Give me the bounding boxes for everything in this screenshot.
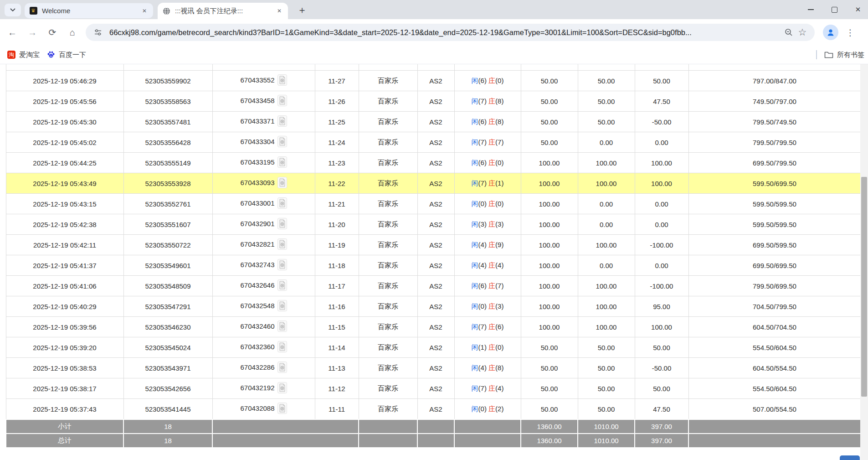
cell-valid-amount: 0.00 — [578, 132, 635, 153]
cell-round: 11-14 — [315, 337, 359, 358]
video-record-icon[interactable] — [277, 115, 287, 128]
browser-menu-icon[interactable]: ⋮ — [845, 27, 856, 38]
cell-table: AS2 — [417, 358, 454, 378]
video-record-icon[interactable] — [277, 136, 287, 149]
minimize-button[interactable] — [807, 6, 814, 13]
zhuang-label: 庄 — [488, 220, 495, 228]
cell-winloss: 47.50 — [635, 399, 688, 420]
cell-valid-amount: 50.00 — [578, 337, 635, 358]
table-row[interactable]: 2025-12-19 05:37:43523053541445670432088… — [6, 399, 861, 420]
video-record-icon[interactable] — [277, 279, 287, 292]
scrollbar-thumb[interactable] — [861, 177, 867, 397]
site-settings-icon[interactable] — [91, 26, 105, 39]
cell-valid-amount: 100.00 — [578, 296, 635, 317]
video-record-icon[interactable] — [277, 74, 287, 87]
table-row[interactable]: 2025-12-19 05:44:25523053555149670433195… — [6, 153, 861, 173]
total-bet: 1360.00 — [521, 434, 578, 448]
table-row[interactable]: 2025-12-19 05:42:38523053551607670432901… — [6, 214, 861, 235]
cell-order-id: 670432192 — [212, 378, 315, 399]
cell-game: 百家乐 — [359, 255, 417, 276]
bookmark-aitaobao[interactable]: 淘 爱淘宝 — [7, 51, 40, 59]
subtotal-empty — [212, 419, 359, 434]
table-row[interactable]: 2025-12-19 05:45:30523053557481670433371… — [6, 112, 861, 132]
cell-bet-amount: 50.00 — [521, 337, 578, 358]
close-button[interactable]: ✕ — [854, 6, 862, 13]
cell-order-id: 670433552 — [212, 71, 315, 91]
cell-table: AS2 — [417, 276, 454, 296]
table-row[interactable]: 2025-12-19 05:41:37523053549601670432743… — [6, 255, 861, 276]
tab-welcome[interactable]: ♛ Welcome ✕ — [25, 3, 153, 18]
all-bookmarks[interactable]: 所有书签 — [816, 50, 864, 59]
new-tab-button[interactable]: ＋ — [295, 4, 309, 16]
cell-balance: 699.50/699.50 — [688, 255, 861, 276]
total-label: 总计 — [6, 434, 123, 448]
url-text[interactable]: 66cxkj98.com/game/betrecord_search/kind3… — [109, 28, 782, 37]
total-valid: 1010.00 — [578, 434, 635, 448]
video-record-icon[interactable] — [277, 218, 287, 231]
scroll-top-button[interactable] — [840, 455, 860, 460]
cell-bet-amount: 100.00 — [521, 194, 578, 214]
tab-close-icon[interactable]: ✕ — [275, 7, 283, 15]
table-row[interactable]: 2025-12-19 05:45:02523053556428670433304… — [6, 132, 861, 153]
video-record-icon[interactable] — [277, 177, 287, 190]
page-scrollbar[interactable] — [860, 64, 868, 460]
video-record-icon[interactable] — [277, 300, 287, 313]
profile-avatar[interactable] — [823, 25, 838, 40]
video-record-icon[interactable] — [277, 95, 287, 108]
tab-bet-record[interactable]: :::视讯 会员下注纪录::: ✕ — [158, 3, 288, 19]
video-record-icon[interactable] — [277, 238, 287, 251]
cell-order-id: 670432286 — [212, 358, 315, 378]
video-record-icon[interactable] — [277, 197, 287, 210]
video-record-icon[interactable] — [277, 320, 287, 333]
tab-title: Welcome — [42, 7, 137, 15]
zoom-out-icon[interactable] — [782, 26, 796, 39]
maximize-button[interactable] — [831, 6, 838, 13]
video-record-icon[interactable] — [277, 403, 287, 415]
tab-search-button[interactable] — [5, 4, 21, 16]
cell-time: 2025-12-19 05:45:30 — [6, 112, 123, 132]
table-row[interactable]: 2025-12-19 05:39:20523053545024670432360… — [6, 337, 861, 358]
bookmark-label: 爱淘宝 — [19, 51, 40, 59]
cell-balance: 599.50/699.50 — [688, 173, 861, 194]
subtotal-empty — [688, 419, 861, 434]
table-row[interactable]: 2025-12-19 05:38:53523053543971670432286… — [6, 358, 861, 378]
cell-bet-content: 闲(4) 庄(4) — [454, 255, 521, 276]
xian-label: 闲 — [472, 343, 478, 351]
cell-bet-id: 523053557481 — [123, 112, 212, 132]
refresh-button[interactable]: ⟳ — [45, 25, 60, 40]
cell-bet-content: 闲(3) 庄(3) — [454, 214, 521, 235]
table-row[interactable]: 2025-12-19 05:43:49523053553928670433093… — [6, 173, 861, 194]
table-row-clipped — [6, 64, 861, 71]
cell-bet-amount: 50.00 — [521, 399, 578, 420]
table-row[interactable]: 2025-12-19 05:40:29523053547291670432548… — [6, 296, 861, 317]
cell-winloss: 0.00 — [635, 132, 688, 153]
home-button[interactable]: ⌂ — [65, 25, 80, 40]
cell-time: 2025-12-19 05:43:15 — [6, 194, 123, 214]
bookmark-baidu[interactable]: du 百度一下 — [47, 51, 86, 59]
video-record-icon[interactable] — [277, 362, 287, 374]
cell-balance: 797.00/847.00 — [688, 71, 861, 91]
table-row[interactable]: 2025-12-19 05:39:56523053546230670432460… — [6, 317, 861, 337]
table-row[interactable]: 2025-12-19 05:43:15523053552761670433001… — [6, 194, 861, 214]
video-record-icon[interactable] — [277, 259, 287, 272]
table-row[interactable]: 2025-12-19 05:42:11523053550722670432821… — [6, 235, 861, 255]
cell-balance: 704.50/799.50 — [688, 296, 861, 317]
cell-bet-id: 523053550722 — [123, 235, 212, 255]
cell-round: 11-25 — [315, 112, 359, 132]
video-record-icon[interactable] — [277, 156, 287, 169]
back-button[interactable]: ← — [5, 25, 20, 40]
cell-valid-amount: 50.00 — [578, 71, 635, 91]
cell-order-id: 670432460 — [212, 317, 315, 337]
table-row[interactable]: 2025-12-19 05:38:17523053542656670432192… — [6, 378, 861, 399]
cell-bet-id: 523053542656 — [123, 378, 212, 399]
table-row[interactable]: 2025-12-19 05:41:06523053548509670432646… — [6, 276, 861, 296]
forward-button[interactable]: → — [25, 25, 40, 40]
video-record-icon[interactable] — [277, 382, 287, 395]
table-row[interactable]: 2025-12-19 05:45:56523053558563670433458… — [6, 91, 861, 112]
tab-close-icon[interactable]: ✕ — [140, 7, 149, 15]
person-icon — [826, 28, 835, 37]
video-record-icon[interactable] — [277, 341, 287, 354]
bookmark-star-icon[interactable]: ☆ — [796, 26, 809, 39]
table-row[interactable]: 2025-12-19 05:46:29523053559902670433552… — [6, 71, 861, 91]
address-bar[interactable]: 66cxkj98.com/game/betrecord_search/kind3… — [86, 24, 815, 41]
